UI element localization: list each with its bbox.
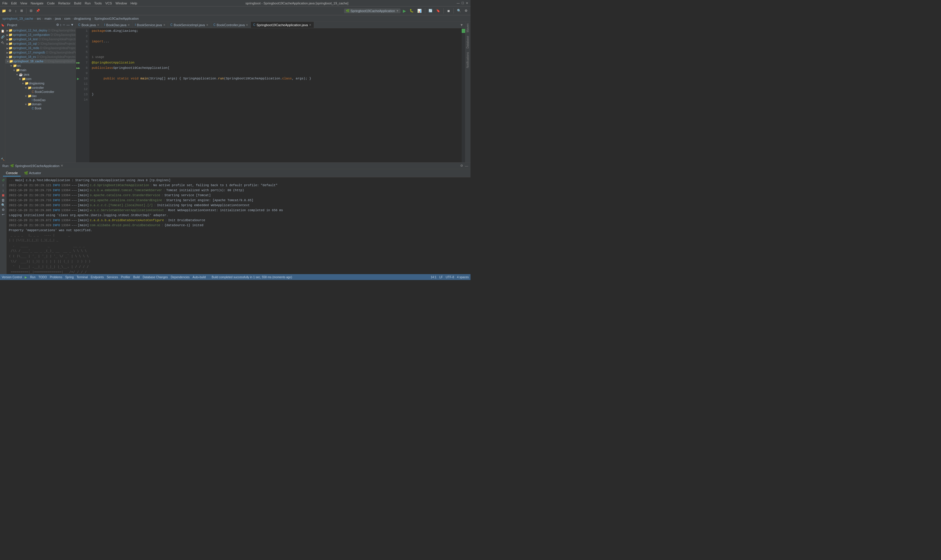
sidebar-controls[interactable]: ⚙ ↕ ↔ — ▼ (56, 23, 74, 27)
breadcrumb-item-6[interactable]: Springboot19CacheApplication (94, 17, 139, 20)
tree-src[interactable]: ▼ 📁 src (5, 63, 75, 68)
breadcrumb-item-0[interactable]: springboot_19_cache (2, 17, 33, 20)
tree-project-14[interactable]: ▶ 📁 springboot_14_test D:\DingJiaxiong\I… (5, 37, 75, 42)
tab-bookservice-close[interactable]: ✕ (163, 23, 166, 26)
window-controls[interactable]: — ☐ ✕ (457, 2, 468, 5)
tree-bookcontroller[interactable]: C BookController (5, 90, 75, 94)
status-spring[interactable]: Spring (65, 275, 74, 279)
breadcrumb-item-3[interactable]: java (55, 17, 61, 20)
sidebar-close[interactable]: — (66, 23, 70, 27)
status-line-ending[interactable]: LF (439, 275, 443, 279)
tab-bookserviceimpl-close[interactable]: ✕ (206, 23, 209, 26)
tab-console[interactable]: Console (3, 170, 21, 177)
tree-book[interactable]: C Book (5, 106, 75, 110)
tree-project-17[interactable]: ▶ 📁 springboot_17_mongodb D:\DingJiaxion… (5, 50, 75, 55)
tab-bookservice-java[interactable]: I BookService.java ✕ (132, 22, 168, 28)
tree-controller[interactable]: ▼ 📁 controller (5, 86, 75, 90)
breadcrumb-item-5[interactable]: dingjiaxiong (74, 17, 91, 20)
stop-run-button[interactable]: ⏹ (2, 193, 5, 197)
run-close[interactable]: ✕ (61, 164, 63, 168)
tab-bookcontroller-close[interactable]: ✕ (246, 23, 248, 26)
status-terminal[interactable]: Terminal (77, 275, 88, 279)
tab-actuator[interactable]: 🌿 Actuator (21, 170, 44, 176)
tree-project-12[interactable]: ▶ 📁 springboot_12_hot_deploy D:\DingJiax… (5, 28, 75, 33)
tree-project-15[interactable]: ▶ 📁 springboot_15_sql D:\DingJiaxiong\Id… (5, 42, 75, 46)
stop-button[interactable]: ⏹ (446, 9, 451, 13)
tree-project-16[interactable]: ▶ 📁 springboot_16_redis D:\DingJiaxiong\… (5, 46, 75, 50)
status-dependencies[interactable]: Dependencies (171, 275, 190, 279)
status-indent[interactable]: 4 spaces (457, 275, 469, 279)
gutter-run[interactable]: ▶ (76, 76, 81, 81)
left-icon-0[interactable]: 🔖 (1, 23, 5, 27)
status-dbchanges[interactable]: Database Changes (143, 275, 168, 279)
status-version-control[interactable]: Version Control (2, 275, 22, 279)
menu-view[interactable]: View (20, 2, 27, 5)
settings-console-button[interactable]: ⚙ (2, 208, 5, 212)
clear-button[interactable]: 🗑 (2, 198, 5, 202)
wrap-button[interactable]: ↩ (2, 213, 5, 217)
status-run[interactable]: Run (30, 275, 35, 279)
tree-dao[interactable]: ▼ 📁 dao (5, 94, 75, 98)
tab-bookdao-java[interactable]: I BookDao.java ✕ (102, 22, 132, 28)
breadcrumb-item-4[interactable]: com (65, 17, 71, 20)
maven-panel-label[interactable]: Maven (466, 22, 470, 34)
close-button[interactable]: ✕ (466, 2, 468, 5)
profile-button[interactable]: 📊 (416, 8, 423, 14)
database-panel-label[interactable]: Database (466, 34, 470, 50)
minimize-button[interactable]: — (457, 2, 460, 5)
debug-button[interactable]: 🐛 (409, 8, 415, 13)
tab-bookcontroller-java[interactable]: C BookController.java ✕ (211, 22, 251, 28)
menu-run[interactable]: Run (85, 2, 91, 5)
status-services[interactable]: Services (107, 275, 118, 279)
console-output[interactable]: ... main] c.b.p.TestJdbcApplication : St… (6, 177, 470, 274)
restart-button[interactable]: ↺ (2, 178, 5, 182)
scroll-down-button[interactable]: ↓ (2, 188, 4, 192)
menu-navigate[interactable]: Navigate (31, 2, 43, 5)
status-profiler[interactable]: Profiler (121, 275, 130, 279)
breadcrumb-item-1[interactable]: src (37, 17, 41, 20)
toolbar-pin[interactable]: 📌 (35, 8, 41, 13)
more-tabs[interactable]: ▼ (458, 23, 465, 27)
toolbar-expand[interactable]: ⊞ (19, 8, 24, 13)
tree-bookdao[interactable]: I BookDao (5, 98, 75, 102)
filter-button[interactable]: 🔍 (1, 203, 5, 207)
sidebar-sort[interactable]: ↔ (62, 23, 66, 27)
menu-window[interactable]: Window (115, 2, 127, 5)
scroll-up-button[interactable]: ↑ (2, 183, 4, 187)
left-icon-3[interactable]: 🔌 (1, 41, 5, 45)
menu-bar[interactable]: File Edit View Navigate Code Refactor Bu… (2, 2, 137, 5)
status-autobuild[interactable]: Auto-build (192, 275, 206, 279)
tab-main-app-close[interactable]: ✕ (309, 23, 311, 26)
menu-file[interactable]: File (2, 2, 8, 5)
tab-book-java[interactable]: C Book.java ✕ (76, 22, 102, 28)
search-button[interactable]: 🔍 (456, 8, 462, 13)
sidebar-hide[interactable]: ▼ (71, 23, 74, 27)
tab-bookdao-close[interactable]: ✕ (128, 23, 130, 26)
status-problems[interactable]: Problems (50, 275, 62, 279)
settings-gear[interactable]: ⚙ (463, 8, 469, 13)
status-position[interactable]: 14:1 (431, 275, 436, 279)
menu-vcs[interactable]: VCS (105, 2, 112, 5)
status-build[interactable]: Build (133, 275, 140, 279)
maximize-button[interactable]: ☐ (461, 2, 464, 5)
toolbar-collapse[interactable]: ⊟ (29, 8, 34, 13)
tab-main-app[interactable]: C Springboot19CacheApplication.java ✕ (251, 22, 314, 28)
run-gutter-icon[interactable]: ▶ (77, 77, 79, 80)
menu-refactor[interactable]: Refactor (58, 2, 71, 5)
status-endpoints[interactable]: Endpoints (91, 275, 103, 279)
sidebar-expand[interactable]: ↕ (60, 23, 62, 27)
run-settings-icon[interactable]: ⚙ (460, 164, 463, 168)
left-icon-build[interactable]: 🔨 (1, 157, 5, 161)
tree-java[interactable]: ▼ ☕ java (5, 72, 75, 77)
sidebar-gear[interactable]: ⚙ (56, 23, 59, 27)
update-button[interactable]: 🔄 (427, 8, 434, 13)
run-button[interactable]: ▶ (402, 8, 407, 14)
menu-help[interactable]: Help (131, 2, 137, 5)
tree-domain[interactable]: ▼ 📁 domain (5, 102, 75, 106)
notifications-panel-label[interactable]: Notifications (466, 50, 470, 70)
left-icon-2[interactable]: 🔗 (1, 35, 5, 39)
menu-edit[interactable]: Edit (11, 2, 17, 5)
code-content[interactable]: package com.dingjiaxiong; import ... 1 u… (89, 28, 462, 162)
bookmark-btn[interactable]: 🔖 (435, 8, 441, 13)
run-config-dropdown[interactable]: 🌿 Springboot19CacheApplication ▼ (344, 9, 401, 13)
